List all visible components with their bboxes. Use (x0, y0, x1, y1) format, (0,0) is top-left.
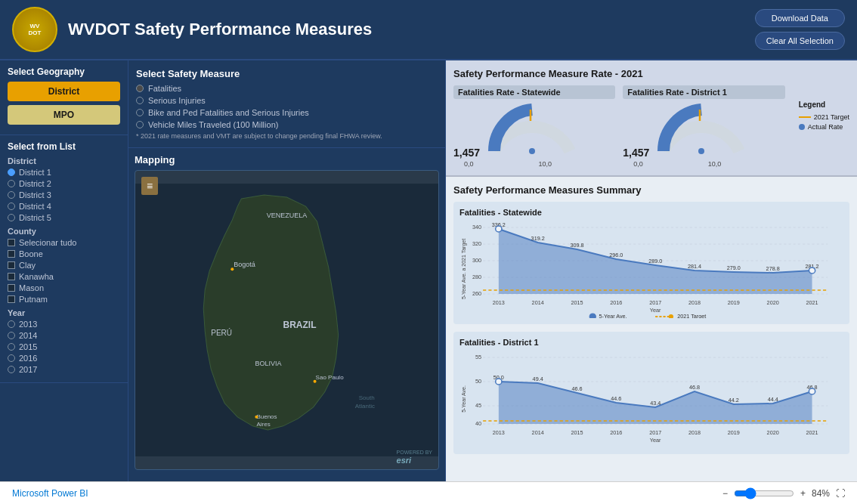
year-2013-radio[interactable] (8, 320, 15, 328)
statewide-gauge-svg (483, 102, 581, 159)
chart2-svg: 5-Year Ave. 55 50 45 40 (459, 350, 843, 448)
district1-gauge: Fatalities Rate - District 1 1,457 0,0 1… (623, 85, 784, 168)
clear-selection-button[interactable]: Clear All Selection (755, 32, 845, 50)
district-4-radio[interactable] (8, 203, 15, 210)
svg-text:278.8: 278.8 (766, 266, 780, 272)
year-2017-radio[interactable] (8, 366, 15, 373)
year-2015-radio[interactable] (8, 343, 15, 351)
svg-text:2019: 2019 (728, 300, 740, 306)
summary-section: Safety Performance Measures Summary Fata… (446, 177, 857, 481)
county-all-item[interactable]: Selecionar tudo (8, 238, 120, 247)
powerbi-link[interactable]: Microsoft Power BI (12, 488, 88, 499)
county-boone-item[interactable]: Boone (8, 249, 120, 258)
legend-actual-dot (799, 124, 805, 130)
county-kanawha-item[interactable]: Kanawha (8, 272, 120, 281)
wvdot-logo: WVDOT (12, 7, 57, 52)
zoom-out-button[interactable]: − (722, 488, 728, 499)
statewide-value: 1,457 (453, 147, 480, 159)
svg-text:Bogotá: Bogotá (234, 261, 256, 268)
svg-text:2020: 2020 (767, 300, 779, 306)
district-5-radio[interactable] (8, 214, 15, 221)
svg-point-15 (529, 148, 535, 154)
svg-point-9 (255, 416, 258, 419)
year-2017-item[interactable]: 2017 (8, 365, 120, 374)
year-list-label: Year (8, 308, 120, 317)
measure-bike-ped[interactable]: Bike and Ped Fatalities and Serious Inju… (136, 108, 438, 117)
svg-text:PERÚ: PERÚ (211, 328, 232, 337)
year-2014-item[interactable]: 2014 (8, 331, 120, 340)
district-1-radio[interactable] (8, 169, 15, 176)
zoom-in-button[interactable]: + (800, 488, 806, 499)
measure-vmt[interactable]: Vehicle Miles Traveled (100 Million) (136, 120, 438, 129)
county-putnam-item[interactable]: Putnam (8, 295, 120, 304)
svg-text:320: 320 (472, 241, 481, 247)
district-button[interactable]: District (8, 82, 120, 101)
svg-text:2018: 2018 (688, 300, 701, 306)
measure-serious-injuries[interactable]: Serious Injuries (136, 96, 438, 105)
svg-text:2014: 2014 (532, 300, 544, 306)
svg-text:2013: 2013 (493, 300, 505, 306)
mpo-button[interactable]: MPO (8, 105, 120, 125)
year-2016-item[interactable]: 2016 (8, 354, 120, 363)
year-2015-item[interactable]: 2015 (8, 342, 120, 351)
map-panel: Mapping ≡ VENEZUELA Bogotá PERÚ BRAZI (128, 148, 445, 481)
fullscreen-button[interactable]: ⛶ (836, 488, 845, 499)
district-3-radio[interactable] (8, 191, 15, 199)
district-1-item[interactable]: District 1 (8, 168, 120, 177)
svg-text:49.4: 49.4 (533, 376, 543, 382)
district-2-radio[interactable] (8, 180, 15, 187)
map-container[interactable]: ≡ VENEZUELA Bogotá PERÚ BRAZIL (135, 170, 439, 470)
district-5-item[interactable]: District 5 (8, 213, 120, 222)
svg-text:2019: 2019 (728, 430, 740, 436)
center-panel: Select Safety Measure Fatalities Serious… (128, 60, 446, 481)
measure-note: * 2021 rate measures and VMT are subject… (136, 132, 438, 140)
county-all-checkbox[interactable] (8, 239, 15, 246)
county-list-label: County (8, 227, 120, 236)
svg-text:44.2: 44.2 (729, 397, 739, 404)
chart1-wrap: 5-Year Ave. a 2021 Target 340 320 300 28… (459, 220, 843, 318)
county-boone-checkbox[interactable] (8, 250, 15, 258)
measure-fatalities[interactable]: Fatalities (136, 84, 438, 93)
district1-gauge-max: 10,0 (708, 160, 722, 168)
district-2-item[interactable]: District 2 (8, 179, 120, 188)
county-mason-item[interactable]: Mason (8, 283, 120, 292)
county-clay-item[interactable]: Clay (8, 261, 120, 270)
download-data-button[interactable]: Download Data (755, 9, 845, 27)
legend-title: Legend (799, 100, 849, 109)
right-panel: Safety Performance Measure Rate - 2021 F… (446, 60, 857, 481)
district-list-label: District (8, 156, 120, 165)
district-3-item[interactable]: District 3 (8, 190, 120, 199)
svg-text:Year: Year (650, 308, 661, 314)
chart1-svg: 5-Year Ave. a 2021 Target 340 320 300 28… (459, 220, 843, 318)
measure-vmt-dot (136, 121, 144, 128)
county-putnam-checkbox[interactable] (8, 295, 15, 303)
app-title: WVDOT Safety Performance Measures (68, 20, 755, 39)
map-menu-button[interactable]: ≡ (141, 177, 158, 195)
header-buttons: Download Data Clear All Selection (755, 9, 845, 50)
statewide-gauge-label: Fatalities Rate - Statewide (453, 85, 615, 99)
main-content: Select Geography District MPO Select fro… (0, 60, 857, 481)
year-2014-radio[interactable] (8, 332, 15, 339)
district1-gauge-min: 0,0 (633, 160, 643, 168)
year-2013-item[interactable]: 2013 (8, 320, 120, 329)
zoom-slider[interactable] (734, 487, 794, 499)
chart2-wrap: 5-Year Ave. 55 50 45 40 (459, 350, 843, 448)
county-clay-checkbox[interactable] (8, 261, 15, 269)
safety-measure-panel: Select Safety Measure Fatalities Serious… (128, 60, 445, 148)
perf-rate-title: Safety Performance Measure Rate - 2021 (453, 68, 849, 79)
svg-point-3 (230, 267, 234, 271)
district-4-item[interactable]: District 4 (8, 202, 120, 211)
header: WVDOT WVDOT Safety Performance Measures … (0, 0, 857, 60)
footer: Microsoft Power BI − + 84% ⛶ (0, 481, 857, 504)
svg-point-55 (669, 314, 673, 318)
county-mason-checkbox[interactable] (8, 284, 15, 292)
svg-point-11 (314, 380, 317, 383)
select-from-list-title: Select from List (8, 141, 120, 152)
svg-text:43.4: 43.4 (650, 400, 661, 407)
year-2016-radio[interactable] (8, 354, 15, 362)
svg-text:289.0: 289.0 (648, 258, 662, 264)
county-kanawha-checkbox[interactable] (8, 273, 15, 280)
svg-text:2018: 2018 (688, 430, 701, 436)
perf-rate-section: Safety Performance Measure Rate - 2021 F… (446, 60, 857, 177)
svg-text:281.4: 281.4 (688, 264, 701, 270)
